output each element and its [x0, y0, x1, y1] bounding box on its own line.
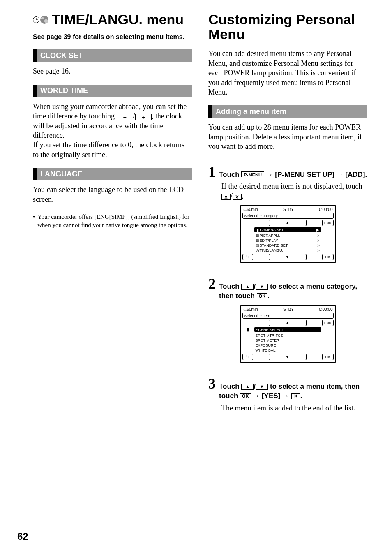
language-bullet: • Your camcorder offers [ENG[SIMP]] (sim…: [33, 213, 192, 229]
lcd1-down-icon: ▼: [269, 254, 307, 260]
scroll-down-double-icon: [233, 194, 242, 200]
step-3: 3 Touch ▲/▼ to select a menu item, then …: [208, 372, 367, 413]
ok-button-icon-2: OK: [240, 393, 251, 399]
bullet-icon: •: [33, 213, 35, 229]
s1-mid: → [P-MENU SET UP] → [ADD].: [266, 171, 367, 178]
s1-pre: Touch: [219, 171, 241, 178]
lcd2-item-spotmeter: SPOT METER: [254, 338, 321, 343]
step-2: 2 Touch ▲/▼ to select a menu category, t…: [208, 272, 367, 363]
s3-yes: → [YES] →: [251, 392, 291, 400]
lcd2-stby: STBY: [283, 307, 294, 312]
lcd1-item-pict: ▦PICT.APPLI.▷: [254, 233, 321, 238]
lcd2-item-spotmtr: SPOT MTR-FCS: [254, 333, 321, 338]
right-intro: You can add desired menu items to any Pe…: [208, 49, 367, 97]
lcd2-item-whitebal: WHITE BAL.: [254, 348, 321, 353]
clock-icon: [33, 16, 39, 23]
selecting-note: See page 39 for details on selecting men…: [33, 33, 192, 42]
world-time-title: WORLD TIME: [37, 86, 88, 95]
step-1-head: Touch P-MENU → [P-MENU SET UP] → [ADD].: [219, 170, 367, 180]
right-column: Customizing Personal Menu You can add de…: [208, 12, 367, 422]
lcd1-batt: ▭60min: [243, 207, 258, 212]
lcd2-item-scene: SCENE SELECT: [254, 327, 321, 332]
clock-set-body: See page 16.: [33, 67, 192, 76]
down-arrow-button-icon-2: ▼: [256, 384, 268, 390]
s3-end: .: [300, 392, 302, 400]
globe-icon: [40, 16, 48, 24]
lcd2-batt: ▭60min: [243, 307, 258, 312]
lcd1-item-edit: ▦EDIT/PLAY▷: [254, 238, 321, 243]
lcd1-item-time: ◷TIME/LANGU.▷: [254, 248, 321, 253]
pmenu-button-icon: P-MENU: [241, 171, 264, 177]
lcd2-up-icon: ▲: [269, 320, 307, 326]
language-bar: LANGUAGE: [33, 168, 192, 180]
clock-set-bar: CLOCK SET: [33, 49, 192, 62]
lcd2-ok-btn: OK: [322, 354, 334, 360]
lcd1-item-camera: ▮CAMERA SET▶: [254, 227, 321, 232]
up-arrow-button-icon-2: ▲: [241, 384, 254, 390]
time-langu-icon-group: [33, 16, 48, 24]
lcd1-ok-btn: OK: [322, 254, 334, 260]
lcd1-title: Select the category.: [242, 213, 334, 219]
add-intro: You can add up to 28 menu items for each…: [208, 123, 367, 151]
world-time-bar: WORLD TIME: [33, 85, 192, 97]
step-3-end-rule: [208, 422, 367, 422]
left-column: TIME/LANGU. menu See page 39 for details…: [33, 12, 192, 422]
plus-button-icon: +: [135, 114, 152, 120]
lcd1-end-btn: END: [322, 220, 334, 226]
heading-text: TIME/LANGU. menu: [52, 12, 184, 27]
lcd2-list: ▲ SCENE SELECT SPOT MTR-FCS SPOT METER E…: [254, 320, 321, 353]
step-3-sub: The menu item is added to the end of the…: [221, 403, 367, 413]
step-3-number: 3: [208, 376, 216, 391]
lcd1-back-icon: ⮌: [242, 254, 253, 260]
page-number: 62: [17, 531, 28, 542]
lcd1-item-standard: ▤STANDARD SET▷: [254, 243, 321, 248]
step-1: 1 Touch P-MENU → [P-MENU SET UP] → [ADD]…: [208, 160, 367, 263]
ok-button-icon: OK: [257, 293, 268, 299]
lcd1-stby: STBY: [283, 207, 294, 212]
minus-button-icon: −: [117, 114, 133, 120]
lcd-screen-1: ▭60min STBY 0:00:00 Select the category.…: [240, 205, 336, 263]
lcd2-back-icon: ⮌: [242, 354, 253, 360]
lcd1-up-icon: ▲: [269, 220, 307, 226]
step-2-head: Touch ▲/▼ to select a menu category, the…: [219, 282, 367, 301]
step-2-number: 2: [208, 276, 216, 291]
clock-set-title: CLOCK SET: [37, 51, 83, 60]
s2-pre: Touch: [219, 282, 241, 290]
adding-menu-bar: Adding a menu item: [208, 105, 367, 118]
s3-pre: Touch: [219, 382, 241, 390]
lcd1-list: ▲ ▮CAMERA SET▶ ▦PICT.APPLI.▷ ▦EDIT/PLAY▷…: [254, 220, 321, 253]
lcd2-item-exposure: EXPOSURE: [254, 343, 321, 348]
language-bullet-text: Your camcorder offers [ENG[SIMP]] (simpl…: [37, 213, 192, 229]
lcd2-time: 0:00:00: [319, 307, 332, 312]
adding-menu-title: Adding a menu item: [212, 107, 286, 116]
lcd2-category-icon: ▮: [247, 327, 249, 332]
step-1-sub: If the desired menu item is not displaye…: [221, 182, 367, 201]
step-3-head: Touch ▲/▼ to select a menu item, then to…: [219, 382, 367, 401]
language-title: LANGUAGE: [37, 170, 83, 178]
language-body: You can select the language to be used o…: [33, 185, 192, 204]
lcd-screen-2: ▭60min STBY 0:00:00 Select the item. ▮ ▲…: [240, 305, 336, 363]
down-arrow-button-icon: ▼: [256, 284, 268, 290]
lcd2-title: Select the item.: [242, 313, 334, 319]
step-1-number: 1: [208, 164, 216, 179]
s1-sub-pre: If the desired menu item is not displaye…: [221, 182, 362, 190]
lcd2-down-icon: ▼: [269, 354, 307, 360]
left-heading: TIME/LANGU. menu: [33, 12, 192, 27]
lcd2-end-btn: END: [322, 320, 334, 326]
up-arrow-button-icon: ▲: [241, 284, 254, 290]
s2-end: .: [267, 292, 270, 300]
lcd1-time: 0:00:00: [319, 207, 332, 212]
scroll-up-double-icon: [221, 194, 231, 200]
close-x-button-icon: ✕: [291, 393, 300, 399]
right-heading: Customizing Personal Menu: [208, 12, 367, 42]
world-time-body: When using your camcorder abroad, you ca…: [33, 102, 192, 160]
